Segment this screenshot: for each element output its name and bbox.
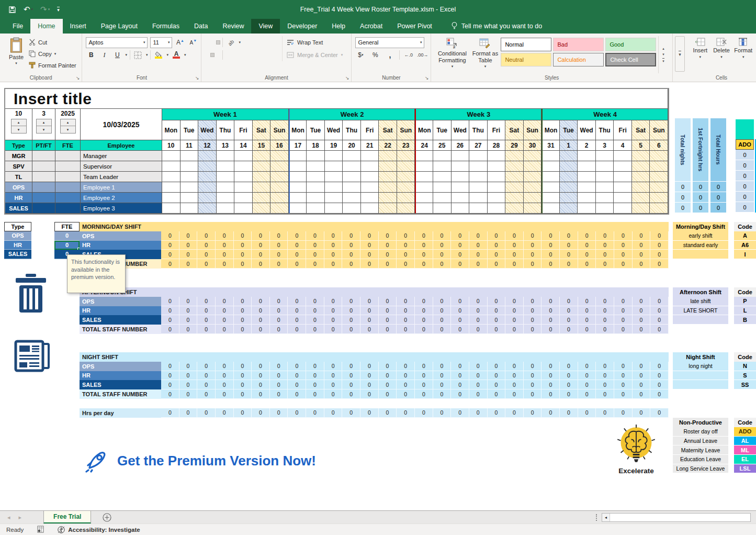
shift-value-cell[interactable]: 0 [560, 231, 578, 241]
shift-value-cell[interactable]: 0 [306, 325, 324, 334]
employee-name-cell[interactable]: Employee 1 [81, 182, 162, 193]
hrs-per-day-cell[interactable]: 0 [614, 408, 633, 418]
shift-value-cell[interactable]: 0 [342, 241, 360, 250]
shift-value-cell[interactable]: 0 [488, 362, 506, 371]
roster-day-cell[interactable] [596, 172, 614, 182]
hrs-per-day-cell[interactable]: 0 [342, 408, 360, 418]
shift-value-cell[interactable]: 0 [360, 241, 379, 250]
copy-button[interactable]: Copy▾ [29, 49, 76, 59]
roster-day-cell[interactable] [650, 182, 668, 193]
shift-value-cell[interactable]: 0 [252, 315, 270, 325]
roster-day-cell[interactable] [253, 151, 271, 161]
shift-value-cell[interactable]: 0 [433, 325, 452, 334]
legend-code-cell[interactable]: ADO [734, 427, 756, 437]
roster-day-cell[interactable] [198, 182, 217, 193]
roster-day-cell[interactable] [379, 182, 397, 193]
align-middle-button[interactable] [211, 41, 214, 44]
hours-total-cell[interactable]: 0 [710, 192, 726, 202]
shift-row-label[interactable]: SALES [80, 315, 161, 325]
roster-day-cell[interactable] [162, 172, 180, 182]
shift-value-cell[interactable]: 0 [179, 297, 198, 306]
day-number-cell[interactable]: 14 [234, 140, 253, 151]
shift-value-cell[interactable]: 0 [505, 250, 524, 259]
shift-value-cell[interactable]: 0 [469, 325, 488, 334]
align-bottom-button[interactable] [217, 41, 220, 44]
roster-day-cell[interactable] [325, 203, 343, 214]
shift-value-cell[interactable]: 0 [197, 389, 216, 399]
type-mini-header[interactable]: Type [4, 222, 31, 231]
font-color-button[interactable]: A [171, 50, 182, 61]
legend-label-cell[interactable]: late shift [673, 297, 728, 306]
shift-value-cell[interactable]: 0 [451, 380, 469, 389]
roster-day-cell[interactable] [361, 182, 379, 193]
increase-indent-button[interactable] [231, 53, 234, 57]
shift-value-cell[interactable]: 0 [360, 231, 379, 241]
legend-code-cell[interactable]: EL [734, 455, 756, 464]
employee-blank-cell[interactable] [32, 172, 55, 182]
roster-day-cell[interactable] [325, 151, 343, 161]
hrs-per-day-cell[interactable]: 0 [415, 408, 433, 418]
align-top-button[interactable] [205, 41, 208, 44]
shift-value-cell[interactable]: 0 [270, 250, 288, 259]
shift-value-cell[interactable]: 0 [596, 250, 614, 259]
hrs-per-day-cell[interactable]: 0 [197, 408, 216, 418]
roster-day-cell[interactable] [397, 203, 415, 214]
employee-blank-cell[interactable] [55, 182, 81, 193]
legend-label-cell[interactable] [673, 371, 728, 381]
day-name-cell[interactable]: Sun [270, 120, 289, 140]
shift-value-cell[interactable]: 0 [633, 362, 651, 371]
shift-value-cell[interactable]: 0 [306, 250, 324, 259]
day-name-cell[interactable]: Sat [253, 120, 271, 140]
shift-value-cell[interactable]: 0 [578, 250, 596, 259]
shift-value-cell[interactable]: 0 [541, 362, 560, 371]
shift-value-cell[interactable]: 0 [161, 315, 179, 325]
ribbon-tab-power-pivot[interactable]: Power Pivot [390, 19, 439, 34]
hrs-per-day-cell[interactable]: 0 [306, 408, 324, 418]
column-header-type[interactable]: Type [5, 140, 32, 151]
day-name-cell[interactable]: Fri [488, 120, 506, 140]
roster-day-cell[interactable] [632, 151, 650, 161]
roster-day-cell[interactable] [415, 151, 433, 161]
roster-day-cell[interactable] [632, 193, 650, 203]
legend-label-cell[interactable]: Annual Leave [673, 437, 728, 446]
day-name-cell[interactable]: Fri [361, 120, 379, 140]
spinner-up-button[interactable]: ▲ [12, 119, 26, 126]
shift-value-cell[interactable]: 0 [288, 250, 306, 259]
format-painter-button[interactable]: Format Painter [29, 60, 76, 70]
roster-day-cell[interactable] [469, 182, 488, 193]
roster-day-cell[interactable] [415, 172, 433, 182]
legend-label-cell[interactable]: early shift [673, 231, 728, 241]
roster-day-cell[interactable] [397, 193, 415, 203]
shift-value-cell[interactable]: 0 [324, 250, 343, 259]
cell-style-bad[interactable]: Bad [553, 38, 604, 51]
shift-value-cell[interactable]: 0 [397, 325, 415, 334]
roster-day-cell[interactable] [632, 203, 650, 214]
legend-code-header[interactable]: Code [734, 287, 756, 297]
shift-value-cell[interactable]: 0 [614, 325, 633, 334]
shift-value-cell[interactable]: 0 [614, 259, 633, 269]
ado-value-cell[interactable]: 0 [736, 192, 754, 202]
roster-day-cell[interactable] [415, 182, 433, 193]
roster-day-cell[interactable] [343, 172, 361, 182]
ado-value-cell[interactable]: 0 [736, 171, 754, 181]
shift-value-cell[interactable]: 0 [433, 315, 452, 325]
shift-value-cell[interactable]: 0 [197, 362, 216, 371]
employee-blank-cell[interactable] [32, 193, 55, 203]
font-dialog-launcher[interactable]: ↘ [195, 75, 199, 81]
legend-code-cell[interactable]: N [734, 362, 756, 371]
shift-value-cell[interactable]: 0 [397, 362, 415, 371]
roster-day-cell[interactable] [650, 203, 668, 214]
shift-value-cell[interactable]: 0 [415, 380, 433, 389]
shift-value-cell[interactable]: 0 [433, 231, 452, 241]
hrs-per-day-cell[interactable]: 0 [524, 408, 542, 418]
shift-value-cell[interactable]: 0 [505, 231, 524, 241]
roster-day-cell[interactable] [198, 203, 217, 214]
shift-value-cell[interactable]: 0 [252, 297, 270, 306]
shift-value-cell[interactable]: 0 [216, 297, 234, 306]
shift-value-cell[interactable]: 0 [360, 259, 379, 269]
roster-day-cell[interactable] [289, 193, 307, 203]
shift-value-cell[interactable]: 0 [197, 241, 216, 250]
roster-day-cell[interactable] [560, 193, 578, 203]
shift-value-cell[interactable]: 0 [397, 371, 415, 381]
shift-value-cell[interactable]: 0 [306, 380, 324, 389]
